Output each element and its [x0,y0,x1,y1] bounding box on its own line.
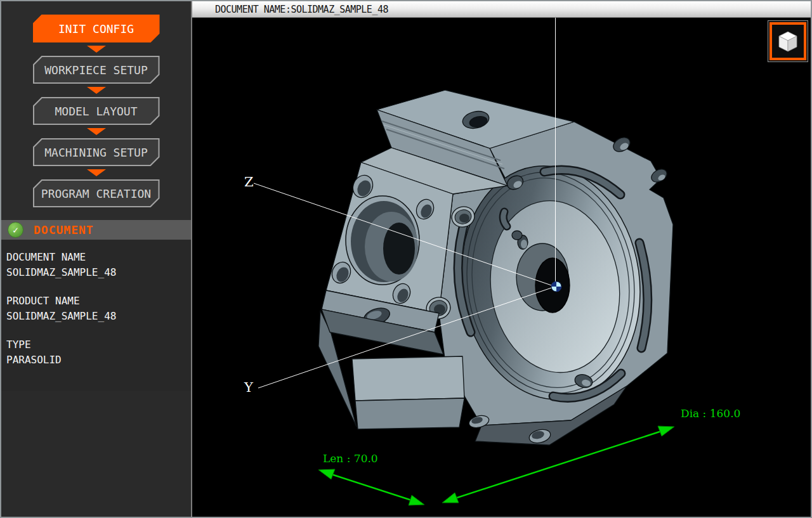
viewport-title: DOCUMENT NAME:SOLIDMAZ_SAMPLE_48 [215,4,388,15]
field-label: TYPE [6,337,186,353]
document-panel-title: DOCUMENT [34,223,94,236]
isometric-cube-icon [776,29,800,54]
flow-arrow-icon [1,166,191,179]
step-workpiece-setup[interactable]: WORKPIECE SETUP [33,56,160,84]
y-axis-label: Y [244,380,254,395]
field-value: SOLIDMAZ_SAMPLE_48 [6,265,186,280]
origin-marker-icon [551,282,561,292]
length-dimension-label: Len : 70.0 [323,452,378,465]
model-3d-view[interactable]: Z Y Len : 70.0 Dia : 160.0 [192,18,811,517]
step-machining-setup[interactable]: MACHINING SETUP [33,138,160,166]
document-panel-header: ✓ DOCUMENT [1,220,191,240]
field-product-name: PRODUCT NAME SOLIDMAZ_SAMPLE_48 [6,294,186,324]
field-document-name: DOCUMENT NAME SOLIDMAZ_SAMPLE_48 [6,250,186,280]
step-program-creation[interactable]: PROGRAM CREATION [33,179,160,207]
view-cube-button[interactable] [768,20,808,62]
step-init-config[interactable]: INIT CONFIG [33,15,160,42]
status-check-icon: ✓ [8,222,23,238]
model-part [318,90,673,445]
step-label: INIT CONFIG [58,22,134,36]
field-type: TYPE PARASOLID [6,337,186,368]
step-label: PROGRAM CREATION [41,187,151,200]
flow-arrow-icon [1,125,191,138]
view-cube-frame [769,22,806,60]
diameter-dimension-label: Dia : 160.0 [681,407,740,420]
field-label: DOCUMENT NAME [6,250,186,265]
workflow-steps: INIT CONFIG WORKPIECE SETUP MODEL LAYOUT… [1,1,191,220]
step-label: MACHINING SETUP [44,146,148,159]
step-label: WORKPIECE SETUP [44,63,148,77]
viewport-title-bar: DOCUMENT NAME:SOLIDMAZ_SAMPLE_48 [192,1,811,18]
field-label: PRODUCT NAME [6,294,186,309]
z-axis-label: Z [244,174,254,190]
app-window: INIT CONFIG WORKPIECE SETUP MODEL LAYOUT… [0,0,812,518]
flow-arrow-icon [1,84,191,97]
field-value: PARASOLID [6,353,186,368]
document-fields: DOCUMENT NAME SOLIDMAZ_SAMPLE_48 PRODUCT… [1,240,191,391]
viewport-3d[interactable]: Z Y Len : 70.0 Dia : 160.0 [192,18,811,517]
step-model-layout[interactable]: MODEL LAYOUT [33,97,160,125]
flow-arrow-icon [1,42,191,56]
step-label: MODEL LAYOUT [55,105,137,118]
sidebar: INIT CONFIG WORKPIECE SETUP MODEL LAYOUT… [1,1,192,517]
field-value: SOLIDMAZ_SAMPLE_48 [6,309,186,324]
